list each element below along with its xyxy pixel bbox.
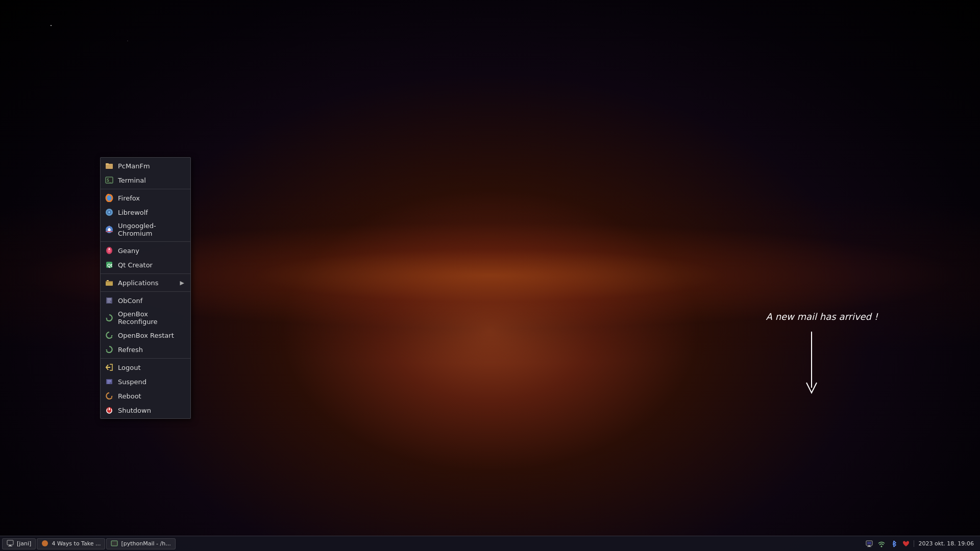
menu-item-reboot-label: Reboot [118,392,184,400]
suspend-icon [105,377,114,386]
menu-item-logout-label: Logout [118,364,184,371]
tray-heart-icon[interactable] [901,539,911,548]
menu-item-qt-creator[interactable]: Qt Qt Creator [101,258,190,272]
svg-text:Qt: Qt [107,263,112,268]
menu-item-openbox-reconfigure-label: OpenBox Reconfigure [118,310,184,325]
terminal-icon: $_ [105,176,114,185]
menu-item-openbox-restart[interactable]: OpenBox Restart [101,328,190,342]
taskbar-terminal-icon [111,540,119,548]
menu-item-reboot[interactable]: Reboot [101,389,190,403]
svg-rect-89 [106,163,109,165]
openbox-reconfigure-icon [105,313,114,322]
refresh-icon [105,345,114,354]
svg-rect-110 [107,302,111,303]
firefox-icon [105,193,114,203]
menu-item-applications-label: Applications [118,279,176,287]
tray-wifi-icon[interactable] [877,539,886,548]
menu-item-librewolf-label: Librewolf [118,209,184,216]
svg-rect-117 [107,383,110,384]
tray-bluetooth-icon[interactable] [889,539,898,548]
menu-item-obconf-label: ObConf [118,297,184,305]
menu-item-refresh[interactable]: Refresh [101,342,190,357]
svg-rect-107 [107,298,111,299]
reboot-icon [105,391,114,400]
svg-point-95 [108,211,110,213]
svg-rect-123 [8,546,12,546]
separator-4 [101,291,190,292]
pcmanfm-icon [105,161,114,170]
menu-item-suspend-label: Suspend [118,378,184,386]
menu-item-pcmanfm[interactable]: PcManFm [101,159,190,173]
shutdown-icon [105,406,114,415]
svg-rect-105 [106,281,113,282]
librewolf-icon [105,208,114,217]
menu-item-firefox-label: Firefox [118,194,184,202]
logout-icon [105,363,114,372]
applications-icon [105,278,114,287]
menu-item-firefox[interactable]: Firefox [101,191,190,205]
svg-point-130 [881,545,883,547]
menu-item-geany[interactable]: Geany [101,243,190,258]
menu-item-openbox-reconfigure[interactable]: OpenBox Reconfigure [101,308,190,328]
menu-item-terminal-label: Terminal [118,177,184,184]
obconf-icon [105,296,114,305]
taskbar-clock: 2023 okt. 18. 19:06 [914,540,974,547]
svg-rect-128 [867,546,871,547]
taskbar-terminal-label: [pythonMail - /h... [121,540,170,547]
context-menu: PcManFm $_ Terminal Firefox [100,157,191,419]
menu-item-geany-label: Geany [118,247,184,255]
geany-icon [105,246,114,255]
menu-item-applications[interactable]: Applications ▶ [101,276,190,290]
desktop-icon [7,540,15,548]
tray-network-icon[interactable] [865,539,874,548]
svg-rect-127 [868,545,870,546]
taskbar-item-desktop[interactable]: [jani] [2,538,36,549]
separator-2 [101,241,190,242]
menu-item-terminal[interactable]: $_ Terminal [101,173,190,187]
svg-rect-129 [867,542,871,544]
menu-item-shutdown-label: Shutdown [118,407,184,414]
taskbar-desktop-label: [jani] [17,540,31,547]
chromium-icon [105,225,114,234]
menu-item-ungoogled-chromium[interactable]: Ungoogled-Chromium [101,219,190,240]
menu-item-shutdown[interactable]: Shutdown [101,403,190,417]
svg-rect-115 [107,380,111,381]
taskbar-right: 2023 okt. 18. 19:06 [865,539,978,548]
separator-3 [101,273,190,274]
menu-item-openbox-restart-label: OpenBox Restart [118,332,184,339]
svg-rect-122 [9,545,11,546]
qt-creator-icon: Qt [105,260,114,269]
svg-rect-108 [107,300,111,300]
taskbar-firefox-icon [41,540,50,548]
taskbar-item-firefox[interactable]: 4 Ways to Take ... [37,538,105,549]
menu-item-librewolf[interactable]: Librewolf [101,205,190,219]
menu-item-obconf[interactable]: ObConf [101,293,190,308]
taskbar-left: [jani] 4 Ways to Take ... [pythonMail - … [2,538,865,549]
clock-text: 2023 okt. 18. 19:06 [918,540,974,547]
svg-text:$_: $_ [107,178,112,183]
svg-point-100 [109,248,110,250]
menu-item-qt-creator-label: Qt Creator [118,261,184,269]
svg-rect-121 [7,540,13,545]
taskbar-firefox-label: 4 Ways to Take ... [52,540,101,547]
menu-item-suspend[interactable]: Suspend [101,374,190,389]
menu-item-ungoogled-chromium-label: Ungoogled-Chromium [118,222,184,237]
taskbar-item-terminal[interactable]: [pythonMail - /h... [106,538,175,549]
menu-item-refresh-label: Refresh [118,346,184,354]
taskbar: [jani] 4 Ways to Take ... [pythonMail - … [0,536,980,551]
separator-1 [101,189,190,189]
svg-rect-116 [107,382,111,383]
menu-item-pcmanfm-label: PcManFm [118,162,184,170]
svg-rect-109 [107,301,110,302]
svg-rect-125 [111,541,117,546]
separator-5 [101,358,190,359]
menu-item-logout[interactable]: Logout [101,360,190,374]
svg-point-124 [42,540,48,546]
applications-arrow: ▶ [180,280,184,286]
openbox-restart-icon [105,331,114,340]
